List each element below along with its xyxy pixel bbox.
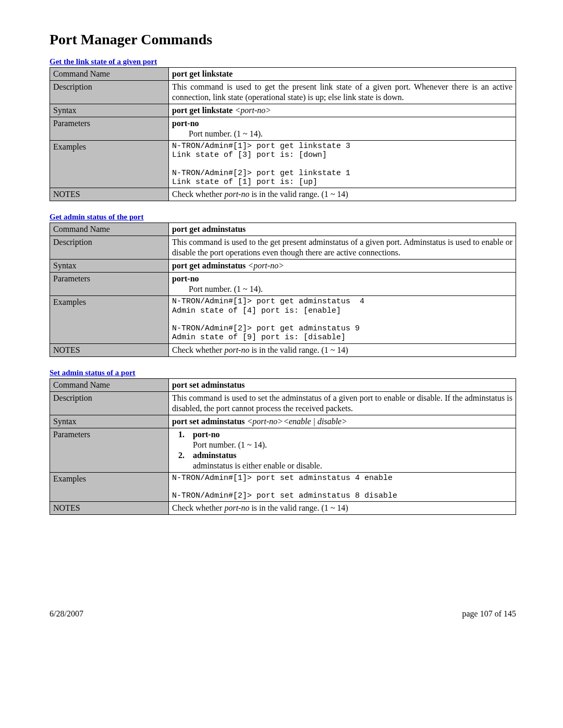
command-name: port set adminstatus xyxy=(169,378,516,391)
section-title-set-adminstatus: Set admin status of a port xyxy=(50,368,516,377)
row-label: Syntax xyxy=(50,260,169,273)
syntax-arg: <port-no><enable | disable> xyxy=(247,417,347,426)
table-set-adminstatus: Command Name port set adminstatus Descri… xyxy=(50,378,516,515)
table-row: Command Name port get linkstate xyxy=(50,68,516,81)
section-title-linkstate: Get the link state of a given port xyxy=(50,57,516,66)
row-label: Examples xyxy=(50,296,169,343)
description: This command is used to get the present … xyxy=(169,81,516,104)
table-get-adminstatus: Command Name port get adminstatus Descri… xyxy=(50,223,516,356)
notes-text: Check whether xyxy=(172,346,224,354)
row-label: Syntax xyxy=(50,415,169,428)
notes-text: is in the valid range. (1 ~ 14) xyxy=(249,190,348,199)
row-label: Command Name xyxy=(50,68,169,81)
table-row: NOTES Check whether port-no is in the va… xyxy=(50,188,516,201)
examples: N-TRON/Admin#[1]> port get adminstatus 4… xyxy=(169,296,516,343)
param-name: port-no xyxy=(172,274,199,283)
notes-arg: port-no xyxy=(224,190,249,199)
description: This command is used to set the adminsta… xyxy=(169,391,516,415)
example-text: N-TRON/Admin#[1]> port get linkstate 3 L… xyxy=(172,142,512,187)
notes-arg: port-no xyxy=(224,346,249,354)
table-row: Description This command is used to get … xyxy=(50,81,516,104)
footer-page: page 107 of 145 xyxy=(462,609,516,619)
param-num: 1. xyxy=(178,429,187,450)
syntax-cmd: port set adminstatus xyxy=(172,417,247,426)
command-name: port get adminstatus xyxy=(169,223,516,236)
param-name: adminstatus xyxy=(193,451,237,460)
row-label: Syntax xyxy=(50,104,169,117)
param-desc: Port number. (1 ~ 14). xyxy=(193,440,267,449)
param-desc: Port number. (1 ~ 14). xyxy=(172,284,512,294)
section-title-get-adminstatus: Get admin status of the port xyxy=(50,213,516,221)
row-label: Parameters xyxy=(50,428,169,472)
notes: Check whether port-no is in the valid ra… xyxy=(169,343,516,356)
table-row: Description This command is used to the … xyxy=(50,236,516,260)
example-text: N-TRON/Admin#[1]> port get adminstatus 4… xyxy=(172,297,512,342)
syntax: port get adminstatus <port-no> xyxy=(169,260,516,273)
notes-text: Check whether xyxy=(172,503,224,512)
parameters: port-no Port number. (1 ~ 14). xyxy=(169,117,516,141)
param-desc: adminstatus is either enable or disable. xyxy=(193,461,322,470)
notes: Check whether port-no is in the valid ra… xyxy=(169,188,516,201)
command-name: port get linkstate xyxy=(169,68,516,81)
notes-text: Check whether xyxy=(172,190,224,199)
row-label: Description xyxy=(50,391,169,415)
table-row: NOTES Check whether port-no is in the va… xyxy=(50,343,516,356)
page-title: Port Manager Commands xyxy=(50,31,516,48)
param-desc: Port number. (1 ~ 14). xyxy=(172,129,512,139)
syntax: port get linkstate <port-no> xyxy=(169,104,516,117)
parameters: port-no Port number. (1 ~ 14). xyxy=(169,273,516,296)
row-label: NOTES xyxy=(50,343,169,356)
syntax-arg: <port-no> xyxy=(248,261,284,270)
table-row: Parameters 1. port-no Port number. (1 ~ … xyxy=(50,428,516,472)
examples: N-TRON/Admin#[1]> port get linkstate 3 L… xyxy=(169,141,516,188)
table-row: Parameters port-no Port number. (1 ~ 14)… xyxy=(50,273,516,296)
row-label: Parameters xyxy=(50,273,169,296)
param-name: port-no xyxy=(193,430,220,439)
table-row: Command Name port set adminstatus xyxy=(50,378,516,391)
example-text: N-TRON/Admin#[1]> port set adminstatus 4… xyxy=(172,474,512,501)
notes: Check whether port-no is in the valid ra… xyxy=(169,502,516,515)
syntax-cmd: port get linkstate xyxy=(172,106,235,115)
table-row: Examples N-TRON/Admin#[1]> port get link… xyxy=(50,141,516,188)
row-label: Command Name xyxy=(50,378,169,391)
param-name: port-no xyxy=(172,119,199,128)
table-linkstate: Command Name port get linkstate Descript… xyxy=(50,67,516,201)
syntax-arg: <port-no> xyxy=(235,106,271,115)
row-label: Examples xyxy=(50,141,169,188)
notes-text: is in the valid range. (1 ~ 14) xyxy=(249,503,348,512)
row-label: Examples xyxy=(50,472,169,502)
examples: N-TRON/Admin#[1]> port set adminstatus 4… xyxy=(169,472,516,502)
table-row: Syntax port get linkstate <port-no> xyxy=(50,104,516,117)
table-row: Syntax port get adminstatus <port-no> xyxy=(50,260,516,273)
table-row: Syntax port set adminstatus <port-no><en… xyxy=(50,415,516,428)
syntax: port set adminstatus <port-no><enable | … xyxy=(169,415,516,428)
syntax-cmd: port get adminstatus xyxy=(172,261,248,270)
footer-date: 6/28/2007 xyxy=(50,609,83,619)
table-row: Examples N-TRON/Admin#[1]> port get admi… xyxy=(50,296,516,343)
table-row: Examples N-TRON/Admin#[1]> port set admi… xyxy=(50,472,516,502)
parameters: 1. port-no Port number. (1 ~ 14). 2. adm… xyxy=(169,428,516,472)
table-row: NOTES Check whether port-no is in the va… xyxy=(50,502,516,515)
row-label: Command Name xyxy=(50,223,169,236)
page-footer: 6/28/2007 page 107 of 145 xyxy=(50,609,516,619)
param-num: 2. xyxy=(178,450,187,471)
row-label: Parameters xyxy=(50,117,169,141)
row-label: Description xyxy=(50,81,169,104)
row-label: NOTES xyxy=(50,188,169,201)
notes-text: is in the valid range. (1 ~ 14) xyxy=(249,346,348,354)
table-row: Command Name port get adminstatus xyxy=(50,223,516,236)
description: This command is used to the get present … xyxy=(169,236,516,260)
table-row: Description This command is used to set … xyxy=(50,391,516,415)
row-label: Description xyxy=(50,236,169,260)
row-label: NOTES xyxy=(50,502,169,515)
table-row: Parameters port-no Port number. (1 ~ 14)… xyxy=(50,117,516,141)
notes-arg: port-no xyxy=(224,503,249,512)
